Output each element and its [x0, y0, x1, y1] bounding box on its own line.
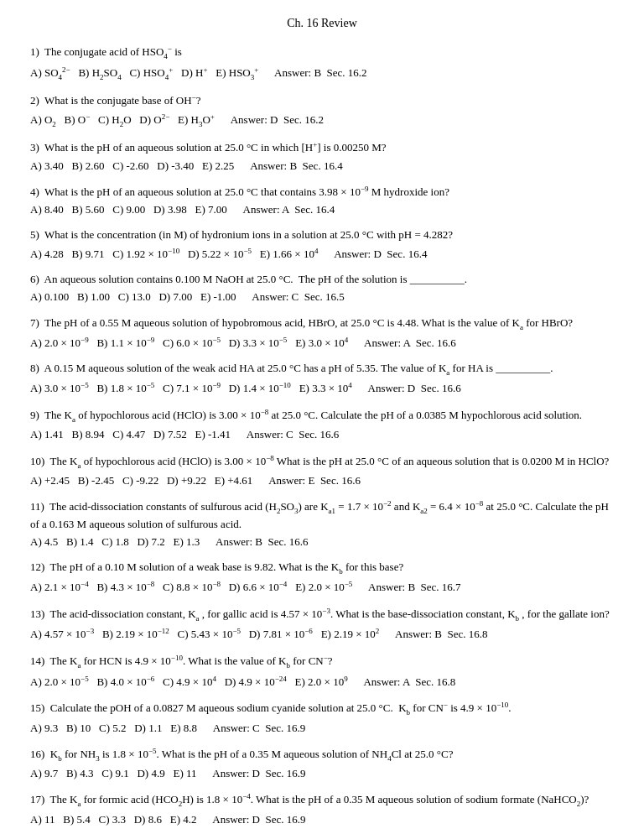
question-text-6: 6) An aqueous solution contains 0.100 M …: [30, 272, 614, 287]
question-text-11: 11) The acid-dissociation constants of s…: [30, 498, 614, 532]
question-answers-11: A) 4.5 B) 1.4 C) 1.8 D) 7.2 E) 1.3 Answe…: [30, 534, 614, 550]
question-text-5: 5) What is the concentration (in M) of h…: [30, 227, 614, 242]
question-block-15: 15) Calculate the pOH of a 0.0827 M aque…: [30, 700, 614, 736]
question-block-2: 2) What is the conjugate base of OH−?A) …: [30, 92, 614, 129]
page-title: Ch. 16 Review: [30, 17, 614, 30]
question-block-14: 14) The Ka for HCN is 4.9 × 10−10. What …: [30, 653, 614, 690]
question-answers-8: A) 3.0 × 10−5 B) 1.8 × 10−5 C) 7.1 × 10−…: [30, 380, 614, 397]
question-block-11: 11) The acid-dissociation constants of s…: [30, 498, 614, 550]
question-answers-3: A) 3.40 B) 2.60 C) -2.60 D) -3.40 E) 2.2…: [30, 159, 614, 174]
question-answers-5: A) 4.28 B) 9.71 C) 1.92 × 10−10 D) 5.22 …: [30, 246, 614, 263]
question-answers-17: A) 11 B) 5.4 C) 3.3 D) 8.6 E) 4.2 Answer…: [30, 812, 614, 827]
question-answers-6: A) 0.100 B) 1.00 C) 13.0 D) 7.00 E) -1.0…: [30, 289, 614, 305]
question-text-9: 9) The Ka of hypochlorous acid (HClO) is…: [30, 407, 614, 425]
question-block-1: 1) The conjugate acid of HSO4− isA) SO42…: [30, 44, 614, 82]
question-answers-16: A) 9.7 B) 4.3 C) 9.1 D) 4.9 E) 11 Answer…: [30, 766, 614, 781]
question-block-9: 9) The Ka of hypochlorous acid (HClO) is…: [30, 407, 614, 443]
question-block-6: 6) An aqueous solution contains 0.100 M …: [30, 272, 614, 305]
question-text-3: 3) What is the pH of an aqueous solution…: [30, 139, 614, 156]
question-text-13: 13) The acid-dissociation constant, Ka ,…: [30, 606, 614, 624]
question-text-12: 12) The pH of a 0.10 M solution of a wea…: [30, 560, 614, 576]
question-text-8: 8) A 0.15 M aqueous solution of the weak…: [30, 361, 614, 378]
question-block-17: 17) The Ka for formic acid (HCO2H) is 1.…: [30, 791, 614, 827]
question-text-10: 10) The Ka of hypochlorous acid (HClO) i…: [30, 453, 614, 472]
question-answers-9: A) 1.41 B) 8.94 C) 4.47 D) 7.52 E) -1.41…: [30, 427, 614, 442]
question-text-2: 2) What is the conjugate base of OH−?: [30, 92, 614, 109]
question-block-16: 16) Kb for NH3 is 1.8 × 10−5. What is th…: [30, 746, 614, 782]
question-block-12: 12) The pH of a 0.10 M solution of a wea…: [30, 560, 614, 596]
question-text-17: 17) The Ka for formic acid (HCO2H) is 1.…: [30, 791, 614, 810]
question-text-4: 4) What is the pH of an aqueous solution…: [30, 184, 614, 201]
question-block-5: 5) What is the concentration (in M) of h…: [30, 227, 614, 262]
question-text-1: 1) The conjugate acid of HSO4− is: [30, 44, 614, 62]
question-text-16: 16) Kb for NH3 is 1.8 × 10−5. What is th…: [30, 746, 614, 764]
question-answers-10: A) +2.45 B) -2.45 C) -9.22 D) +9.22 E) +…: [30, 473, 614, 488]
question-block-3: 3) What is the pH of an aqueous solution…: [30, 139, 614, 174]
question-text-15: 15) Calculate the pOH of a 0.0827 M aque…: [30, 700, 614, 718]
question-answers-14: A) 2.0 × 10−5 B) 4.0 × 10−6 C) 4.9 × 104…: [30, 674, 614, 691]
question-answers-15: A) 9.3 B) 10 C) 5.2 D) 1.1 E) 8.8 Answer…: [30, 721, 614, 736]
question-block-10: 10) The Ka of hypochlorous acid (HClO) i…: [30, 453, 614, 489]
question-answers-13: A) 4.57 × 10−3 B) 2.19 × 10−12 C) 5.43 ×…: [30, 626, 614, 643]
question-answers-12: A) 2.1 × 10−4 B) 4.3 × 10−8 C) 8.8 × 10−…: [30, 579, 614, 596]
question-answers-7: A) 2.0 × 10−9 B) 1.1 × 10−9 C) 6.0 × 10−…: [30, 335, 614, 352]
question-text-14: 14) The Ka for HCN is 4.9 × 10−10. What …: [30, 653, 614, 671]
question-answers-2: A) O2 B) O− C) H2O D) O2− E) H3O+ Answer…: [30, 112, 614, 130]
question-answers-4: A) 8.40 B) 5.60 C) 9.00 D) 3.98 E) 7.00 …: [30, 202, 614, 217]
question-text-7: 7) The pH of a 0.55 M aqueous solution o…: [30, 315, 614, 332]
question-block-13: 13) The acid-dissociation constant, Ka ,…: [30, 606, 614, 643]
question-block-4: 4) What is the pH of an aqueous solution…: [30, 184, 614, 218]
question-block-8: 8) A 0.15 M aqueous solution of the weak…: [30, 361, 614, 397]
question-block-7: 7) The pH of a 0.55 M aqueous solution o…: [30, 315, 614, 352]
question-answers-1: A) SO42− B) H2SO4 C) HSO4+ D) H+ E) HSO3…: [30, 65, 614, 83]
